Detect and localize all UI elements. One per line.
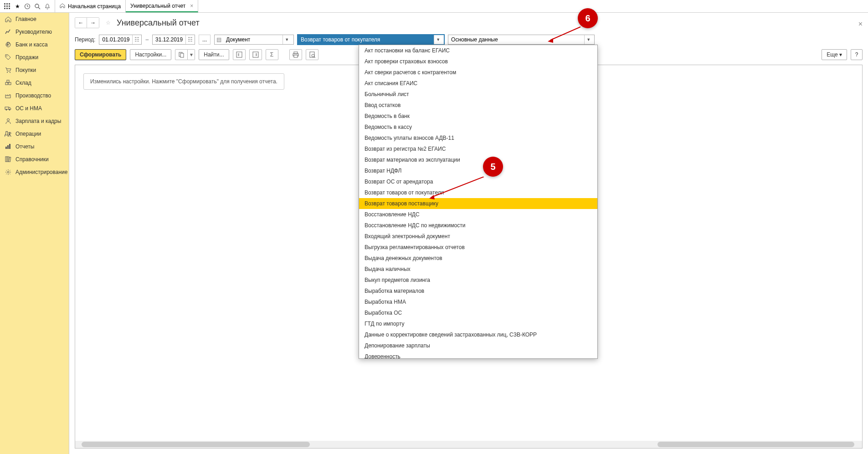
type-combo-input[interactable] (223, 35, 282, 44)
bell-icon[interactable] (44, 3, 51, 10)
cart-icon (5, 66, 12, 74)
favorite-icon[interactable]: ☆ (103, 18, 113, 28)
period-picker-button[interactable]: ... (199, 35, 211, 45)
svg-rect-30 (7, 157, 9, 162)
tab-home[interactable]: Начальная страница (55, 0, 126, 12)
document-combo[interactable]: ▼ (298, 35, 444, 45)
dropdown-item[interactable]: Ведомость уплаты взносов АДВ-11 (359, 133, 597, 143)
tab-report[interactable]: Универсальный отчет × (126, 0, 198, 12)
data-combo[interactable]: ▼ (448, 35, 595, 45)
dropdown-item[interactable]: Входящий электронный документ (359, 231, 597, 242)
sidebar-item-cart[interactable]: Покупки (0, 64, 69, 77)
dropdown-item[interactable]: Возврат товаров поставщику (359, 198, 597, 209)
collapse-icon[interactable] (249, 49, 262, 60)
dropdown-item[interactable]: Выработка ОС (359, 307, 597, 318)
sidebar-item-home[interactable]: Главное (0, 13, 69, 26)
home-icon (60, 3, 65, 10)
close-page-icon[interactable]: × (858, 20, 863, 28)
dropdown-item[interactable]: Возврат материалов из эксплуатации (359, 154, 597, 165)
sidebar-item-truck[interactable]: ОС и НМА (0, 102, 69, 115)
dropdown-item[interactable]: Акт постановки на баланс ЕГАИС (359, 45, 597, 56)
dropdown-item[interactable]: Больничный лист (359, 89, 597, 100)
star-icon[interactable]: ★ (14, 3, 21, 10)
document-dropdown[interactable]: Акт постановки на баланс ЕГАИСАкт провер… (359, 45, 598, 359)
history-icon[interactable] (24, 3, 31, 10)
dropdown-item[interactable]: Выкуп предметов лизинга (359, 275, 597, 286)
search-icon[interactable] (34, 3, 41, 10)
dropdown-item[interactable]: Доверенность (359, 351, 597, 359)
dash: – (145, 36, 149, 43)
sidebar-item-factory[interactable]: Производство (0, 89, 69, 102)
type-combo[interactable]: ▤ ▼ (214, 35, 294, 45)
more-button[interactable]: Еще ▾ (822, 49, 847, 60)
sidebar-item-person[interactable]: Зарплата и кадры (0, 115, 69, 128)
dropdown-item[interactable]: Выработка НМА (359, 296, 597, 307)
svg-text:₽: ₽ (6, 41, 10, 47)
dropdown-item[interactable]: Выгрузка регламентированных отчетов (359, 242, 597, 253)
calendar-icon[interactable]: ☷ (185, 35, 195, 44)
svg-rect-17 (5, 82, 8, 85)
date-to-field[interactable] (153, 35, 185, 44)
sidebar-item-bars[interactable]: Отчеты (0, 140, 69, 153)
dropdown-item[interactable]: Восстановление НДС (359, 209, 597, 220)
dropdown-item[interactable]: Ведомость в банк (359, 111, 597, 122)
page-header: ← → ☆ Универсальный отчет (69, 13, 868, 33)
svg-text:Кт: Кт (8, 132, 12, 138)
sidebar-item-tag[interactable]: Продажи (0, 51, 69, 64)
sidebar-item-label: Справочники (15, 156, 49, 163)
calendar-icon[interactable]: ☷ (132, 35, 141, 44)
back-button[interactable]: ← (75, 18, 87, 28)
sidebar-item-chart[interactable]: Руководителю (0, 26, 69, 38)
chevron-down-icon[interactable]: ▼ (282, 35, 291, 44)
dropdown-item[interactable]: Выдача наличных (359, 264, 597, 275)
svg-rect-26 (5, 147, 7, 149)
generate-button[interactable]: Сформировать (75, 49, 126, 60)
settings-button[interactable]: Настройки... (130, 49, 171, 60)
dropdown-item[interactable]: Выработка материалов (359, 286, 597, 296)
help-button[interactable]: ? (851, 49, 863, 60)
copy-settings-drop-icon[interactable]: ▾ (188, 49, 195, 60)
sidebar-item-ops[interactable]: ДтКтОперации (0, 128, 69, 140)
sidebar-item-label: Операции (15, 131, 41, 137)
expand-icon[interactable] (233, 49, 246, 60)
svg-point-14 (6, 56, 7, 56)
dropdown-item[interactable]: Возврат НДФЛ (359, 165, 597, 176)
dropdown-item[interactable]: Акт сверки расчетов с контрагентом (359, 67, 597, 78)
forward-button[interactable]: → (87, 18, 99, 28)
sidebar-item-coin[interactable]: ₽Банк и касса (0, 38, 69, 51)
dropdown-item[interactable]: Акт списания ЕГАИС (359, 78, 597, 89)
date-from-input[interactable]: ☷ (99, 35, 142, 45)
dropdown-item[interactable]: ГТД по импорту (359, 318, 597, 329)
dropdown-item[interactable]: Ввод остатков (359, 100, 597, 111)
find-button[interactable]: Найти... (199, 49, 229, 60)
horizontal-scrollbar[interactable] (75, 441, 862, 448)
top-toolbar: ★ Начальная страница Универсальный отчет… (0, 0, 868, 13)
close-icon[interactable]: × (190, 3, 193, 9)
chevron-down-icon[interactable]: ▼ (434, 35, 442, 44)
dropdown-item[interactable]: Ведомость в кассу (359, 122, 597, 133)
sidebar-item-books[interactable]: Справочники (0, 153, 69, 166)
dropdown-item[interactable]: Выдача денежных документов (359, 253, 597, 264)
dropdown-item[interactable]: Возврат из регистра №2 ЕГАИС (359, 143, 597, 154)
dropdown-item[interactable]: Акт проверки страховых взносов (359, 56, 597, 67)
preview-icon[interactable] (306, 49, 318, 60)
date-to-input[interactable]: ☷ (152, 35, 195, 45)
sidebar-item-gear[interactable]: Администрирование (0, 166, 69, 179)
date-from-field[interactable] (99, 35, 132, 44)
dropdown-item[interactable]: Возврат ОС от арендатора (359, 176, 597, 187)
data-combo-input[interactable] (448, 35, 584, 44)
document-combo-input[interactable] (298, 35, 434, 44)
print-icon[interactable] (289, 49, 302, 60)
chevron-down-icon[interactable]: ▼ (584, 35, 592, 44)
dropdown-item[interactable]: Данные о корректировке сведений застрахо… (359, 329, 597, 340)
apps-icon[interactable] (4, 3, 11, 10)
svg-rect-34 (180, 53, 184, 57)
svg-rect-2 (9, 3, 10, 5)
copy-settings-icon[interactable] (175, 49, 188, 60)
dropdown-item[interactable]: Восстановление НДС по недвижимости (359, 220, 597, 231)
sum-icon[interactable]: Σ (266, 49, 278, 60)
sidebar-item-boxes[interactable]: Склад (0, 77, 69, 89)
dropdown-item[interactable]: Депонирование зарплаты (359, 340, 597, 351)
tag-icon (5, 54, 12, 61)
dropdown-item[interactable]: Возврат товаров от покупателя (359, 187, 597, 198)
